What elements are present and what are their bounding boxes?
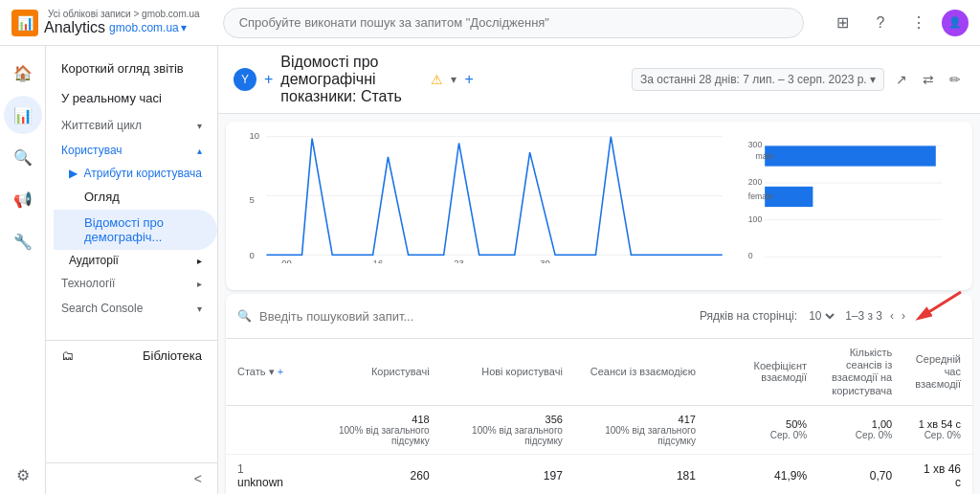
add-header-btn[interactable]: + <box>464 71 473 88</box>
sidebar-nav: Короткий огляд звітів У реальному часі Ж… <box>46 46 218 494</box>
home-icon[interactable]: 🏠 <box>4 54 42 92</box>
sidebar-item-technology[interactable]: Технології ▸ <box>46 271 217 296</box>
col-header-avg-time[interactable]: Середній час взаємодії <box>903 339 972 405</box>
rows-per-page-select[interactable]: 10 25 50 <box>805 308 837 324</box>
chevron-down-icon: ▾ <box>870 73 876 86</box>
bullet-icon: ▶ <box>69 167 78 180</box>
analytics-logo-icon: 📊 <box>11 10 38 36</box>
sidebar-icon-rail: 🏠 📊 🔍 📢 🔧 ⚙ <box>0 46 46 494</box>
annotate-icon[interactable]: ✏ <box>946 68 965 91</box>
page-title: Відомості про демографічні показники: Ст… <box>280 54 423 105</box>
svg-text:10: 10 <box>249 131 259 141</box>
sidebar-item-lifecycle[interactable]: Життєвий цикл ▾ <box>46 113 217 138</box>
configure-icon[interactable]: 🔧 <box>4 222 42 260</box>
search-icon: 🔍 <box>237 309 252 323</box>
sort-icon: ▾ <box>269 366 275 377</box>
app-title: Усі облікові записи > gmob.com.ua Analyt… <box>44 9 200 36</box>
data-table: Стать ▾ + Користувачі Нові користувачі С… <box>226 339 972 494</box>
table-search-area[interactable] <box>259 309 692 324</box>
add-column-btn[interactable]: + <box>278 366 283 377</box>
domain-hint: Усі облікові записи > gmob.com.ua <box>48 9 200 19</box>
content-header: Y + Відомості про демографічні показники… <box>218 46 980 114</box>
svg-text:female: female <box>748 191 773 201</box>
domain-selector[interactable]: gmob.com.ua ▾ <box>109 21 187 34</box>
sidebar-item-user-attributes[interactable]: ▶ Атрибути користувача <box>54 163 217 184</box>
svg-text:5: 5 <box>249 196 254 206</box>
svg-text:100: 100 <box>748 214 763 224</box>
chevron-down-icon: ▾ <box>197 303 202 314</box>
explore-icon[interactable]: 🔍 <box>4 138 42 176</box>
sidebar-item-user[interactable]: Користувач ▴ <box>46 138 217 163</box>
chevron-down-icon: ▾ <box>197 121 202 131</box>
table-pagination-controls: Рядків на сторінці: 10 25 50 1–3 з 3 ‹ › <box>700 308 905 324</box>
svg-rect-19 <box>765 146 936 166</box>
more-icon[interactable]: ⋮ <box>903 8 934 38</box>
chevron-right-icon: ▸ <box>197 279 202 289</box>
next-page-btn[interactable]: › <box>902 309 905 323</box>
chevron-right-icon: ▸ <box>197 256 202 266</box>
help-icon[interactable]: ? <box>865 8 896 38</box>
add-comparison-btn[interactable]: + <box>264 71 273 88</box>
table-row: 1 unknown 260 197 181 41,9% 0,70 1 хв 46… <box>226 454 972 494</box>
sidebar-item-library[interactable]: 🗂 Бібліотека <box>46 340 217 370</box>
settings-icon[interactable]: ⚙ <box>4 456 42 494</box>
svg-text:0: 0 <box>249 252 254 261</box>
col-header-sessions-per-user[interactable]: Кількість сеансів із взаємодії на корист… <box>818 339 903 405</box>
table-section: 🔍 Рядків на сторінці: 10 25 50 1–3 з 3 ‹… <box>226 294 972 494</box>
logo-area: 📊 Усі облікові записи > gmob.com.ua Anal… <box>11 9 200 36</box>
col-header-gender[interactable]: Стать ▾ + <box>226 339 307 405</box>
svg-text:23: 23 <box>454 258 464 263</box>
sidebar-item-attr-overview[interactable]: Огляд <box>54 184 217 210</box>
table-toolbar: 🔍 Рядків на сторінці: 10 25 50 1–3 з 3 ‹… <box>226 294 972 339</box>
total-users: 418 <box>319 414 430 425</box>
prev-page-btn[interactable]: ‹ <box>890 309 894 323</box>
chevron-down-icon: ▾ <box>181 21 187 34</box>
user-avatar[interactable]: 👤 <box>942 10 969 36</box>
arrow-annotation <box>913 302 961 330</box>
compare-icon[interactable]: ⇄ <box>919 68 938 91</box>
warning-icon: ⚠ <box>431 72 443 87</box>
svg-text:09: 09 <box>281 258 292 263</box>
topbar-icons: ⊞ ? ⋮ 👤 <box>827 8 969 38</box>
sidebar-item-realtime[interactable]: У реальному часі <box>46 83 217 113</box>
library-icon: 🗂 <box>61 348 74 363</box>
svg-text:30: 30 <box>540 258 550 263</box>
grid-icon[interactable]: ⊞ <box>827 8 858 38</box>
sidebar-item-audiences[interactable]: Аудиторії ▸ <box>54 250 217 271</box>
bar-chart: 0 100 200 300 male female <box>727 129 957 282</box>
search-bar[interactable] <box>223 8 804 38</box>
pagination-range: 1–3 з 3 <box>845 309 882 323</box>
table-search-input[interactable] <box>259 309 692 324</box>
col-header-users[interactable]: Користувачі <box>307 339 441 405</box>
sidebar-item-search-console[interactable]: Search Console ▾ <box>46 296 217 321</box>
line-chart: 10 5 0 09 лип. 16 23 30 <box>241 129 727 282</box>
search-input[interactable] <box>223 8 804 38</box>
svg-text:male: male <box>756 151 774 161</box>
share-icon[interactable]: ↗ <box>892 68 911 91</box>
total-users-pct: 100% від загального підсумку <box>319 425 430 446</box>
chevron-up-icon: ▴ <box>197 146 202 156</box>
totals-row: 418 100% від загального підсумку 356 100… <box>226 405 972 454</box>
chart-area: 10 5 0 09 лип. 16 23 30 <box>226 122 972 290</box>
settings-icon-header[interactable]: ▾ <box>451 73 457 86</box>
svg-text:200: 200 <box>748 177 763 187</box>
topbar: 📊 Усі облікові записи > gmob.com.ua Anal… <box>0 0 980 46</box>
rows-per-page-label: Рядків на сторінці: <box>700 309 797 323</box>
main-layout: 🏠 📊 🔍 📢 🔧 ⚙ Короткий огляд звітів У реал… <box>0 46 980 494</box>
col-header-new-users[interactable]: Нові користувачі <box>441 339 574 405</box>
advertising-icon[interactable]: 📢 <box>4 180 42 218</box>
app-name: Analytics <box>44 19 105 36</box>
col-header-sessions[interactable]: Сеанси із взаємодією <box>574 339 707 405</box>
sidebar-collapse-btn[interactable]: < <box>194 471 202 486</box>
svg-line-23 <box>923 292 961 316</box>
date-range-selector[interactable]: За останні 28 днів: 7 лип. – 3 серп. 202… <box>632 68 884 91</box>
sidebar-nav-list: Короткий огляд звітів У реальному часі Ж… <box>46 46 217 462</box>
reports-icon[interactable]: 📊 <box>4 96 42 134</box>
sidebar-item-overview[interactable]: Короткий огляд звітів <box>46 54 217 83</box>
svg-text:0: 0 <box>748 251 753 260</box>
breadcrumb-dot: Y <box>234 68 256 91</box>
col-header-engagement-rate[interactable]: Коефіцієнт взаємодії <box>707 339 818 405</box>
svg-text:300: 300 <box>748 140 763 149</box>
svg-text:16: 16 <box>373 258 384 263</box>
sidebar-item-demographics[interactable]: Відомості про демографіч... <box>54 210 217 250</box>
